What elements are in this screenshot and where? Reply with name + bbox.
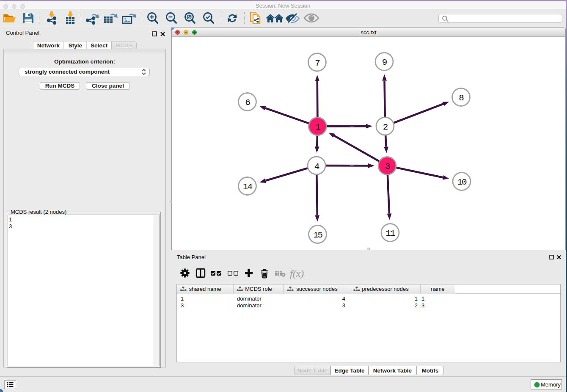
svg-text:7: 7 [315,58,319,68]
svg-text:8: 8 [459,93,464,103]
svg-text:6: 6 [245,98,250,108]
svg-text:10: 10 [457,177,467,187]
svg-text:4: 4 [314,162,319,171]
svg-text:15: 15 [313,230,323,240]
svg-text:11: 11 [385,229,395,238]
svg-text:9: 9 [382,58,387,67]
svg-text:14: 14 [243,182,253,192]
svg-text:1: 1 [315,122,320,132]
svg-text:3: 3 [385,162,390,171]
svg-text:2: 2 [383,122,388,132]
